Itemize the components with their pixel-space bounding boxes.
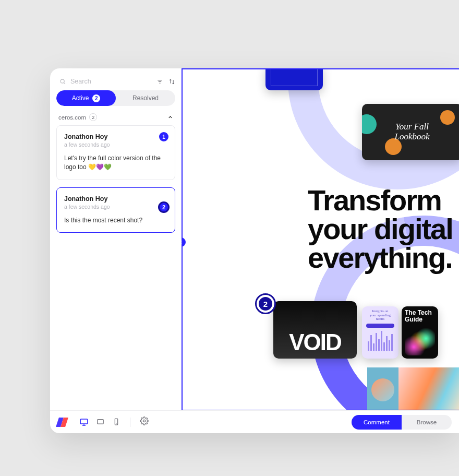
mode-browse-button[interactable]: Browse: [402, 415, 452, 430]
comment-author: Jonathon Hoy: [64, 195, 167, 203]
tile-lookbook-caption: Your Fall Lookbook: [394, 122, 429, 141]
mode-switch: Comment Browse: [352, 415, 452, 430]
page-canvas[interactable]: Your Fall Lookbook Transform your digita…: [182, 68, 459, 410]
mode-comment-button[interactable]: Comment: [352, 415, 402, 430]
app-window: Active 2 Resolved ceros.com 2 1 Jonathon…: [50, 68, 459, 433]
group-label: ceros.com: [58, 114, 86, 121]
tile-insights: Insights on your spending habits: [362, 306, 398, 359]
app-logo[interactable]: [57, 418, 68, 427]
chevron-up-icon: [167, 114, 173, 120]
svg-rect-5: [80, 419, 88, 424]
tab-active-count: 2: [92, 94, 100, 102]
tile-insights-title: Insights on your spending habits: [365, 310, 396, 322]
tile-techguide: The Tech Guide: [402, 306, 438, 359]
tile-void: VOID: [273, 301, 357, 359]
tile-lookbook: Your Fall Lookbook: [362, 104, 459, 160]
mode-comment-label: Comment: [364, 419, 390, 425]
tile-blueprint: [265, 68, 323, 90]
comments-sidebar: Active 2 Resolved ceros.com 2 1 Jonathon…: [50, 68, 182, 410]
hero-headline: Transform your digital everything.: [308, 186, 453, 272]
device-tablet-icon[interactable]: [96, 418, 105, 427]
comment-pin-badge: 2: [158, 201, 170, 213]
separator: [130, 418, 130, 427]
comment-group-header[interactable]: ceros.com 2: [56, 106, 175, 125]
footer-toolbar: Comment Browse: [50, 410, 459, 433]
settings-gear-icon[interactable]: [140, 416, 149, 427]
comment-card[interactable]: 1 Jonathon Hoy a few seconds ago Let's t…: [56, 125, 175, 180]
tile-gradient: [367, 367, 459, 410]
comment-message: Is this the most recent shot?: [64, 216, 167, 225]
comment-time: a few seconds ago: [64, 204, 167, 210]
svg-line-1: [64, 82, 65, 84]
group-count: 2: [89, 113, 97, 121]
canvas-pin-marker[interactable]: 2: [257, 295, 274, 313]
mode-browse-label: Browse: [417, 419, 437, 425]
tab-resolved-label: Resolved: [132, 94, 159, 102]
device-desktop-icon[interactable]: [79, 418, 89, 427]
tab-active-label: Active: [72, 94, 89, 102]
comment-pin-badge: 1: [159, 132, 168, 141]
filter-icon[interactable]: [156, 78, 163, 85]
comment-card[interactable]: 2 Jonathon Hoy a few seconds ago Is this…: [56, 187, 175, 233]
tab-resolved[interactable]: Resolved: [116, 90, 175, 106]
search-icon: [59, 78, 66, 85]
comment-message: Let's try the full color version of the …: [64, 154, 167, 172]
preview-area: Your Fall Lookbook Transform your digita…: [182, 68, 459, 410]
comment-author: Jonathon Hoy: [64, 133, 167, 140]
tab-active[interactable]: Active 2: [56, 90, 116, 106]
tile-techguide-title: The Tech Guide: [405, 310, 435, 323]
comment-tabs: Active 2 Resolved: [56, 90, 175, 106]
device-mobile-icon[interactable]: [112, 418, 120, 427]
comment-time: a few seconds ago: [64, 141, 167, 148]
svg-point-0: [61, 79, 64, 83]
search-input[interactable]: [70, 78, 152, 85]
svg-point-11: [143, 420, 145, 422]
sort-icon[interactable]: [168, 78, 175, 85]
svg-rect-8: [98, 419, 103, 424]
tile-void-label: VOID: [289, 329, 341, 355]
